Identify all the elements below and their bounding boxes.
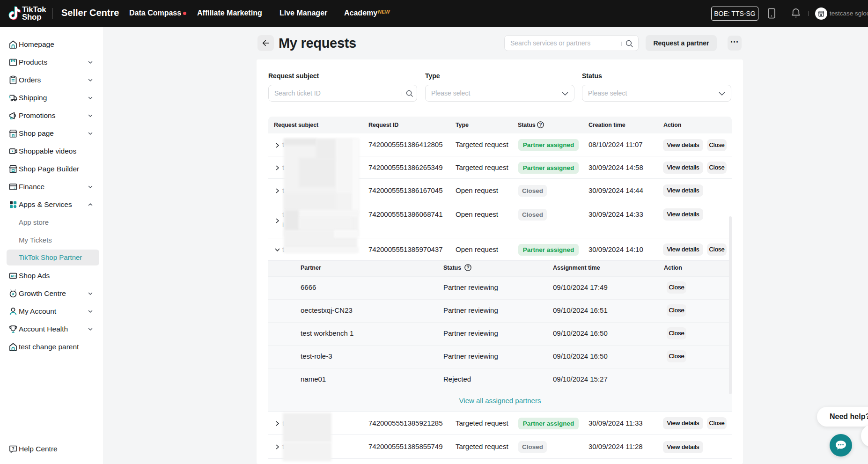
svg-text:?: ?: [539, 122, 542, 127]
svg-text:?: ?: [12, 446, 15, 451]
svg-text:AD: AD: [11, 274, 16, 278]
svg-text:?: ?: [466, 265, 469, 270]
